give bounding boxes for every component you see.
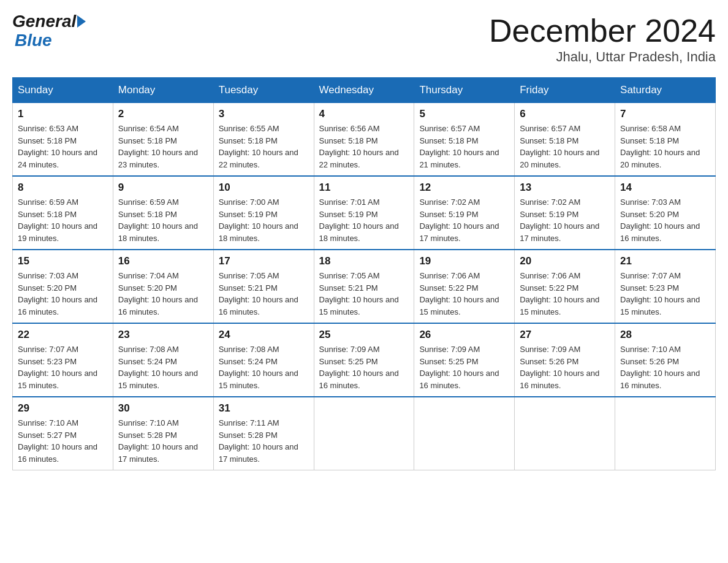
table-row: 29 Sunrise: 7:10 AMSunset: 5:27 PMDaylig… xyxy=(13,397,113,470)
col-monday: Monday xyxy=(113,78,213,103)
calendar-week-row: 1 Sunrise: 6:53 AMSunset: 5:18 PMDayligh… xyxy=(13,103,716,177)
day-info: Sunrise: 7:08 AMSunset: 5:24 PMDaylight:… xyxy=(118,345,198,390)
table-row: 26 Sunrise: 7:09 AMSunset: 5:25 PMDaylig… xyxy=(414,323,515,397)
day-number: 6 xyxy=(520,108,610,120)
day-info: Sunrise: 7:09 AMSunset: 5:25 PMDaylight:… xyxy=(319,345,399,390)
day-number: 11 xyxy=(319,182,409,194)
table-row: 25 Sunrise: 7:09 AMSunset: 5:25 PMDaylig… xyxy=(314,323,414,397)
day-info: Sunrise: 7:02 AMSunset: 5:19 PMDaylight:… xyxy=(419,197,499,243)
table-row: 18 Sunrise: 7:05 AMSunset: 5:21 PMDaylig… xyxy=(314,250,414,323)
day-number: 4 xyxy=(319,108,409,120)
day-number: 19 xyxy=(419,255,509,267)
day-number: 10 xyxy=(219,182,309,194)
col-sunday: Sunday xyxy=(13,78,113,103)
col-tuesday: Tuesday xyxy=(213,78,314,103)
day-info: Sunrise: 7:04 AMSunset: 5:20 PMDaylight:… xyxy=(118,271,198,316)
day-info: Sunrise: 7:06 AMSunset: 5:22 PMDaylight:… xyxy=(419,271,499,316)
table-row: 11 Sunrise: 7:01 AMSunset: 5:19 PMDaylig… xyxy=(314,176,414,250)
day-info: Sunrise: 7:03 AMSunset: 5:20 PMDaylight:… xyxy=(18,271,97,316)
day-number: 14 xyxy=(620,182,710,194)
day-info: Sunrise: 7:06 AMSunset: 5:22 PMDaylight:… xyxy=(520,271,599,316)
day-info: Sunrise: 7:10 AMSunset: 5:26 PMDaylight:… xyxy=(620,345,700,390)
table-row: 13 Sunrise: 7:02 AMSunset: 5:19 PMDaylig… xyxy=(515,176,615,250)
day-number: 12 xyxy=(419,182,509,194)
table-row: 22 Sunrise: 7:07 AMSunset: 5:23 PMDaylig… xyxy=(13,323,113,397)
table-row: 4 Sunrise: 6:56 AMSunset: 5:18 PMDayligh… xyxy=(314,103,414,177)
day-number: 27 xyxy=(520,329,610,341)
day-info: Sunrise: 6:59 AMSunset: 5:18 PMDaylight:… xyxy=(118,197,198,243)
logo-general-text: General xyxy=(12,12,76,31)
day-info: Sunrise: 7:05 AMSunset: 5:21 PMDaylight:… xyxy=(219,271,298,316)
day-number: 18 xyxy=(319,255,409,267)
table-row: 30 Sunrise: 7:10 AMSunset: 5:28 PMDaylig… xyxy=(113,397,213,470)
day-info: Sunrise: 7:09 AMSunset: 5:26 PMDaylight:… xyxy=(520,345,599,390)
table-row: 9 Sunrise: 6:59 AMSunset: 5:18 PMDayligh… xyxy=(113,176,213,250)
day-number: 29 xyxy=(18,402,108,415)
day-info: Sunrise: 7:07 AMSunset: 5:23 PMDaylight:… xyxy=(620,271,700,316)
day-info: Sunrise: 7:01 AMSunset: 5:19 PMDaylight:… xyxy=(319,197,399,243)
day-number: 28 xyxy=(620,329,710,341)
table-row: 24 Sunrise: 7:08 AMSunset: 5:24 PMDaylig… xyxy=(213,323,314,397)
table-row: 28 Sunrise: 7:10 AMSunset: 5:26 PMDaylig… xyxy=(615,323,716,397)
logo: General Blue xyxy=(12,12,86,50)
day-info: Sunrise: 6:57 AMSunset: 5:18 PMDaylight:… xyxy=(419,124,499,169)
day-number: 31 xyxy=(219,402,309,415)
table-row: 14 Sunrise: 7:03 AMSunset: 5:20 PMDaylig… xyxy=(615,176,716,250)
day-number: 1 xyxy=(18,108,108,120)
calendar-table: Sunday Monday Tuesday Wednesday Thursday… xyxy=(12,77,716,470)
col-wednesday: Wednesday xyxy=(314,78,414,103)
table-row: 17 Sunrise: 7:05 AMSunset: 5:21 PMDaylig… xyxy=(213,250,314,323)
table-row: 7 Sunrise: 6:58 AMSunset: 5:18 PMDayligh… xyxy=(615,103,716,177)
calendar-week-row: 29 Sunrise: 7:10 AMSunset: 5:27 PMDaylig… xyxy=(13,397,716,470)
calendar-week-row: 22 Sunrise: 7:07 AMSunset: 5:23 PMDaylig… xyxy=(13,323,716,397)
day-info: Sunrise: 7:03 AMSunset: 5:20 PMDaylight:… xyxy=(620,197,700,243)
day-info: Sunrise: 6:56 AMSunset: 5:18 PMDaylight:… xyxy=(319,124,399,169)
day-number: 25 xyxy=(319,329,409,341)
table-row xyxy=(515,397,615,470)
day-number: 22 xyxy=(18,329,108,341)
day-info: Sunrise: 7:08 AMSunset: 5:24 PMDaylight:… xyxy=(219,345,298,390)
table-row: 23 Sunrise: 7:08 AMSunset: 5:24 PMDaylig… xyxy=(113,323,213,397)
table-row: 27 Sunrise: 7:09 AMSunset: 5:26 PMDaylig… xyxy=(515,323,615,397)
day-number: 9 xyxy=(118,182,208,194)
table-row: 1 Sunrise: 6:53 AMSunset: 5:18 PMDayligh… xyxy=(13,103,113,177)
day-info: Sunrise: 7:10 AMSunset: 5:27 PMDaylight:… xyxy=(18,418,97,464)
table-row: 2 Sunrise: 6:54 AMSunset: 5:18 PMDayligh… xyxy=(113,103,213,177)
col-friday: Friday xyxy=(515,78,615,103)
day-info: Sunrise: 6:55 AMSunset: 5:18 PMDaylight:… xyxy=(219,124,298,169)
title-section: December 2024 Jhalu, Uttar Pradesh, Indi… xyxy=(489,12,716,65)
col-thursday: Thursday xyxy=(414,78,515,103)
month-year-title: December 2024 xyxy=(489,12,716,49)
table-row: 21 Sunrise: 7:07 AMSunset: 5:23 PMDaylig… xyxy=(615,250,716,323)
day-number: 2 xyxy=(118,108,208,120)
table-row: 5 Sunrise: 6:57 AMSunset: 5:18 PMDayligh… xyxy=(414,103,515,177)
table-row: 8 Sunrise: 6:59 AMSunset: 5:18 PMDayligh… xyxy=(13,176,113,250)
day-info: Sunrise: 6:59 AMSunset: 5:18 PMDaylight:… xyxy=(18,197,97,243)
table-row: 20 Sunrise: 7:06 AMSunset: 5:22 PMDaylig… xyxy=(515,250,615,323)
day-number: 30 xyxy=(118,402,208,415)
table-row: 12 Sunrise: 7:02 AMSunset: 5:19 PMDaylig… xyxy=(414,176,515,250)
logo-arrow-icon xyxy=(77,15,86,28)
day-number: 7 xyxy=(620,108,710,120)
page-header: General Blue December 2024 Jhalu, Uttar … xyxy=(12,12,716,65)
day-info: Sunrise: 7:02 AMSunset: 5:19 PMDaylight:… xyxy=(520,197,599,243)
day-info: Sunrise: 7:09 AMSunset: 5:25 PMDaylight:… xyxy=(419,345,499,390)
table-row: 15 Sunrise: 7:03 AMSunset: 5:20 PMDaylig… xyxy=(13,250,113,323)
day-number: 16 xyxy=(118,255,208,267)
day-number: 20 xyxy=(520,255,610,267)
day-info: Sunrise: 6:53 AMSunset: 5:18 PMDaylight:… xyxy=(18,124,97,169)
logo-blue-text: Blue xyxy=(15,31,86,50)
day-number: 24 xyxy=(219,329,309,341)
day-number: 3 xyxy=(219,108,309,120)
table-row: 16 Sunrise: 7:04 AMSunset: 5:20 PMDaylig… xyxy=(113,250,213,323)
day-info: Sunrise: 7:11 AMSunset: 5:28 PMDaylight:… xyxy=(219,418,298,464)
calendar-header-row: Sunday Monday Tuesday Wednesday Thursday… xyxy=(13,78,716,103)
table-row: 19 Sunrise: 7:06 AMSunset: 5:22 PMDaylig… xyxy=(414,250,515,323)
day-info: Sunrise: 6:54 AMSunset: 5:18 PMDaylight:… xyxy=(118,124,198,169)
day-number: 13 xyxy=(520,182,610,194)
col-saturday: Saturday xyxy=(615,78,716,103)
day-info: Sunrise: 7:00 AMSunset: 5:19 PMDaylight:… xyxy=(219,197,298,243)
day-info: Sunrise: 7:10 AMSunset: 5:28 PMDaylight:… xyxy=(118,418,198,464)
table-row: 3 Sunrise: 6:55 AMSunset: 5:18 PMDayligh… xyxy=(213,103,314,177)
day-number: 15 xyxy=(18,255,108,267)
